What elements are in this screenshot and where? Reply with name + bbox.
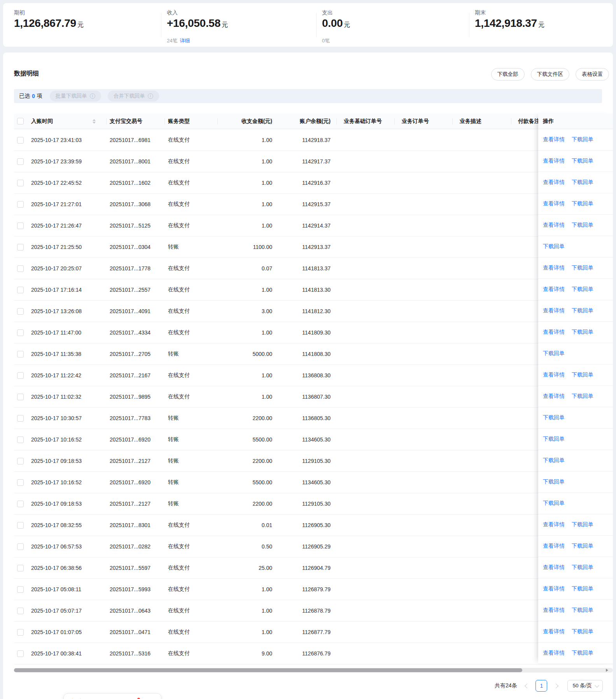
download-receipt-link[interactable]: 下载回单 (572, 564, 593, 571)
download-zone-button[interactable]: 下载文件区 (531, 68, 570, 81)
view-detail-link[interactable]: 查看详情 (543, 136, 565, 143)
sort-icon[interactable] (93, 119, 96, 124)
download-receipt-link[interactable]: 下载回单 (572, 136, 593, 143)
balance-cell: 1142913.37 (273, 237, 337, 258)
view-detail-link[interactable]: 查看详情 (543, 265, 565, 272)
row-checkbox[interactable] (17, 222, 24, 229)
row-checkbox[interactable] (17, 265, 24, 272)
download-receipt-link[interactable]: 下载回单 (572, 585, 593, 592)
download-receipt-link[interactable]: 下载回单 (543, 350, 565, 357)
row-checkbox[interactable] (17, 479, 24, 486)
balance-cell: 1141809.30 (273, 322, 337, 343)
row-checkbox[interactable] (17, 522, 24, 529)
row-checkbox[interactable] (17, 650, 24, 657)
row-checkbox[interactable] (17, 287, 24, 293)
download-receipt-link[interactable]: 下载回单 (572, 607, 593, 614)
view-detail-link[interactable]: 查看详情 (543, 307, 565, 314)
row-checkbox[interactable] (17, 458, 24, 464)
row-checkbox[interactable] (17, 137, 24, 144)
next-page-icon[interactable] (554, 683, 559, 688)
view-detail-link[interactable]: 查看详情 (543, 222, 565, 229)
table-row: 2025-10-17 21:26:47 20251017...5125 在线支付… (14, 215, 613, 237)
scrollbar-thumb[interactable] (14, 668, 522, 672)
summary-value: 1,142,918.37元 (475, 17, 544, 30)
row-actions: 查看详情下载回单 (538, 151, 613, 172)
download-receipt-link[interactable]: 下载回单 (572, 521, 593, 528)
download-receipt-link[interactable]: 下载回单 (543, 414, 565, 421)
desc-cell (453, 557, 511, 578)
table-settings-button[interactable]: 表格设置 (576, 68, 609, 81)
row-checkbox[interactable] (17, 244, 24, 251)
view-detail-link[interactable]: 查看详情 (543, 200, 565, 207)
view-detail-link[interactable]: 查看详情 (543, 650, 565, 657)
data-detail-panel: 数据明细 下载全部 下载文件区 表格设置 已选 0 项 批量下载回单i 合并下载… (3, 53, 613, 699)
view-detail-link[interactable]: 查看详情 (543, 329, 565, 336)
download-receipt-link[interactable]: 下载回单 (543, 436, 565, 443)
income-detail-link[interactable]: 详细 (180, 38, 190, 44)
download-receipt-link[interactable]: 下载回单 (543, 457, 565, 464)
merge-download-button[interactable]: 合并下载回单i (108, 91, 159, 102)
amount-cell: 1.00 (218, 365, 273, 386)
view-detail-link[interactable]: 查看详情 (543, 371, 565, 378)
download-receipt-link[interactable]: 下载回单 (572, 265, 593, 272)
select-all-checkbox[interactable] (17, 118, 24, 124)
download-receipt-link[interactable]: 下载回单 (572, 307, 593, 314)
download-receipt-link[interactable]: 下载回单 (572, 179, 593, 186)
page-size-select[interactable]: 50 条/页 (567, 680, 603, 692)
row-checkbox[interactable] (17, 158, 24, 165)
view-detail-link[interactable]: 查看详情 (543, 158, 565, 165)
view-detail-link[interactable]: 查看详情 (543, 585, 565, 592)
row-checkbox[interactable] (17, 201, 24, 208)
download-receipt-link[interactable]: 下载回单 (572, 286, 593, 293)
download-receipt-link[interactable]: 下载回单 (572, 158, 593, 165)
download-all-button[interactable]: 下载全部 (491, 68, 525, 81)
download-receipt-link[interactable]: 下载回单 (572, 200, 593, 207)
row-checkbox[interactable] (17, 565, 24, 571)
row-checkbox[interactable] (17, 608, 24, 614)
info-icon[interactable]: i (148, 93, 153, 99)
download-receipt-link[interactable]: 下载回单 (572, 393, 593, 400)
base-order-cell (337, 172, 395, 193)
row-checkbox[interactable] (17, 372, 24, 379)
scrollbar-right-arrow-icon[interactable] (606, 669, 608, 672)
row-checkbox[interactable] (17, 436, 24, 443)
desc-cell (453, 172, 511, 193)
table-row: 2025-10-17 05:08:11 20251017...5993 在线支付… (14, 579, 613, 600)
view-detail-link[interactable]: 查看详情 (543, 393, 565, 400)
current-page-button[interactable]: 1 (536, 680, 547, 692)
batch-download-button[interactable]: 批量下载回单i (50, 91, 101, 102)
view-detail-link[interactable]: 查看详情 (543, 543, 565, 550)
txid-cell: 20251017...2705 (107, 343, 165, 364)
row-checkbox[interactable] (17, 351, 24, 357)
column-header-time[interactable]: 入账时间 (28, 114, 107, 129)
download-receipt-link[interactable]: 下载回单 (572, 543, 593, 550)
row-checkbox[interactable] (17, 501, 24, 507)
row-checkbox[interactable] (17, 180, 24, 186)
view-detail-link[interactable]: 查看详情 (543, 607, 565, 614)
download-receipt-link[interactable]: 下载回单 (572, 222, 593, 229)
row-checkbox[interactable] (17, 415, 24, 422)
row-checkbox[interactable] (17, 394, 24, 400)
download-receipt-link[interactable]: 下载回单 (543, 500, 565, 507)
download-receipt-link[interactable]: 下载回单 (572, 650, 593, 657)
row-checkbox[interactable] (17, 308, 24, 315)
view-detail-link[interactable]: 查看详情 (543, 286, 565, 293)
download-receipt-link[interactable]: 下载回单 (572, 329, 593, 336)
view-detail-link[interactable]: 查看详情 (543, 628, 565, 635)
row-checkbox[interactable] (17, 586, 24, 593)
view-detail-link[interactable]: 查看详情 (543, 521, 565, 528)
row-actions: 下载回单 (538, 471, 613, 493)
view-detail-link[interactable]: 查看详情 (543, 564, 565, 571)
download-receipt-link[interactable]: 下载回单 (543, 243, 565, 250)
row-checkbox[interactable] (17, 329, 24, 336)
row-checkbox[interactable] (17, 629, 24, 636)
info-icon[interactable]: i (90, 93, 95, 99)
prev-page-icon[interactable] (525, 683, 530, 688)
download-receipt-link[interactable]: 下载回单 (572, 628, 593, 635)
balance-cell: 1141813.37 (273, 258, 337, 279)
row-checkbox[interactable] (17, 543, 24, 550)
view-detail-link[interactable]: 查看详情 (543, 179, 565, 186)
amount-cell: 1.00 (218, 322, 273, 343)
download-receipt-link[interactable]: 下载回单 (543, 478, 565, 485)
download-receipt-link[interactable]: 下载回单 (572, 371, 593, 378)
